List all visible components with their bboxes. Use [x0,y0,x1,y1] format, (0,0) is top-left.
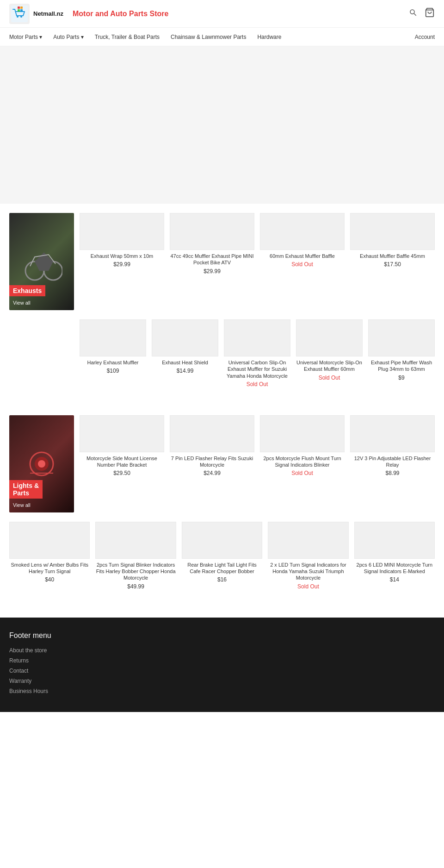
product-card: 47cc 49cc Muffler Exhaust Pipe MINI Pock… [170,213,254,275]
product-card: Universal Motorcycle Slip-On Exhaust Muf… [296,319,363,387]
product-image [268,522,348,559]
product-price: $9 [368,375,435,381]
product-price: $17.50 [350,261,435,268]
cart-button[interactable] [425,7,435,20]
logo-icon [9,4,30,24]
product-price: $14 [354,576,435,583]
product-name: Universal Motorcycle Slip-On Exhaust Muf… [296,359,363,373]
product-card: Exhaust Muffler Baffle 45mm $17.50 [350,213,435,275]
footer-link-returns[interactable]: Returns [9,657,435,664]
product-sold-out: Sold Out [268,583,348,590]
exhausts-view-all[interactable]: View all [13,300,31,306]
product-name: 7 Pin LED Flasher Relay Fits Suzuki Moto… [170,455,254,468]
exhausts-products-row2: Harley Exhaust Muffler $109 Exhaust Heat… [80,319,435,387]
nav-motor-parts[interactable]: Motor Parts ▾ [9,34,42,40]
product-sold-out: Sold Out [296,375,363,381]
product-image [350,213,435,250]
nav-chainsaw-lawnmower[interactable]: Chainsaw & Lawnmower Parts [171,34,246,40]
product-name: 12V 3 Pin Adjustable LED Flasher Relay [350,455,435,468]
product-price: $49.99 [95,583,176,590]
svg-rect-6 [18,9,20,12]
product-image [170,213,254,250]
footer-link-about[interactable]: About the store [9,647,435,654]
lights-section: Lights & Parts View all Motorcycle Side … [0,406,444,608]
svg-rect-4 [18,6,20,9]
header-icons [409,7,435,20]
product-card: Smoked Lens w/ Amber Bulbs Fits Harley T… [9,522,90,590]
exhausts-featured: Exhausts View all [9,213,74,310]
lights-row-2: Smoked Lens w/ Amber Bulbs Fits Harley T… [9,522,435,590]
product-card: Motorcycle Side Mount License Number Pla… [80,415,164,477]
footer-link-business-hours[interactable]: Business Hours [9,688,435,694]
lights-view-all[interactable]: View all [13,502,31,508]
product-name: 2 x LED Turn Signal Indicators for Honda… [268,562,348,581]
product-card: 12V 3 Pin Adjustable LED Flasher Relay $… [350,415,435,477]
logo-area: Netmall.nz [9,4,63,24]
product-price: $29.99 [80,261,164,268]
product-sold-out: Sold Out [260,261,345,268]
header: Netmall.nz Motor and Auto Parts Store [0,0,444,28]
svg-point-2 [17,16,18,18]
store-title: Motor and Auto Parts Store [73,10,168,18]
logo-text: Netmall.nz [33,10,63,17]
product-price: $16 [182,576,262,583]
product-name: Smoked Lens w/ Amber Bulbs Fits Harley T… [9,562,90,575]
product-image [9,522,90,559]
product-name: Exhaust Pipe Muffler Wash Plug 34mm to 6… [368,359,435,373]
product-name: 2pcs Turn Signal Blinker Indicators Fits… [95,562,176,581]
lights-products-row2: Smoked Lens w/ Amber Bulbs Fits Harley T… [9,522,435,590]
product-price: $29.50 [80,470,164,476]
footer-link-warranty[interactable]: Warranty [9,678,435,684]
product-card: Harley Exhaust Muffler $109 [80,319,146,387]
nav-auto-parts[interactable]: Auto Parts ▾ [53,34,83,40]
exhausts-section: Exhausts View all Exhaust Wrap 50mm x 10… [0,204,444,406]
product-name: Harley Exhaust Muffler [80,359,146,366]
product-price: $8.99 [350,470,435,476]
product-name: Universal Carbon Slip-On Exhaust Muffler… [224,359,290,379]
lights-featured: Lights & Parts View all [9,415,74,512]
lights-row-1: Lights & Parts View all Motorcycle Side … [9,415,435,512]
svg-line-9 [414,13,416,16]
product-name: Exhaust Muffler Baffle 45mm [350,253,435,259]
product-name: Rear Brake Light Tail Light Fits Cafe Ra… [182,562,262,575]
product-name: 47cc 49cc Muffler Exhaust Pipe MINI Pock… [170,253,254,266]
product-name: 2pcs 6 LED MINI Motorcycle Turn Signal I… [354,562,435,575]
svg-point-8 [410,10,414,14]
product-card: 2pcs Motorcycle Flush Mount Turn Signal … [260,415,345,477]
product-card: 2 x LED Turn Signal Indicators for Honda… [268,522,348,590]
search-icon [409,8,417,17]
product-name: 60mm Exhaust Muffler Baffle [260,253,345,259]
product-image [80,213,164,250]
footer-title: Footer menu [9,631,435,640]
nav-hardware[interactable]: Hardware [257,34,281,40]
svg-rect-7 [20,9,23,12]
product-price: $109 [80,368,146,374]
footer-link-contact[interactable]: Contact [9,668,435,674]
nav-truck-trailer-boat[interactable]: Truck, Trailer & Boat Parts [95,34,160,40]
product-price: $14.99 [152,368,218,374]
product-price: $29.99 [170,268,254,275]
product-sold-out: Sold Out [224,381,290,387]
product-image [350,415,435,452]
product-image [80,319,146,356]
product-card: 2pcs 6 LED MINI Motorcycle Turn Signal I… [354,522,435,590]
search-button[interactable] [409,7,417,20]
product-image [354,522,435,559]
svg-point-15 [38,460,45,468]
nav-account[interactable]: Account [415,34,435,40]
product-card: Exhaust Pipe Muffler Wash Plug 34mm to 6… [368,319,435,387]
product-image [260,415,345,452]
product-image [260,213,345,250]
product-image [170,415,254,452]
exhausts-row-2: Harley Exhaust Muffler $109 Exhaust Heat… [80,319,435,387]
lights-label: Lights & Parts [9,480,43,499]
product-card: Exhaust Heat Shield $14.99 [152,319,218,387]
footer: Footer menu About the store Returns Cont… [0,618,444,712]
main-nav: Motor Parts ▾ Auto Parts ▾ Truck, Traile… [0,28,444,46]
exhausts-products-row1: Exhaust Wrap 50mm x 10m $29.99 47cc 49cc… [80,213,435,275]
exhaust-bike-image [21,238,62,285]
cart-icon [425,7,435,18]
product-image [296,319,363,356]
product-image [80,415,164,452]
product-image [95,522,176,559]
